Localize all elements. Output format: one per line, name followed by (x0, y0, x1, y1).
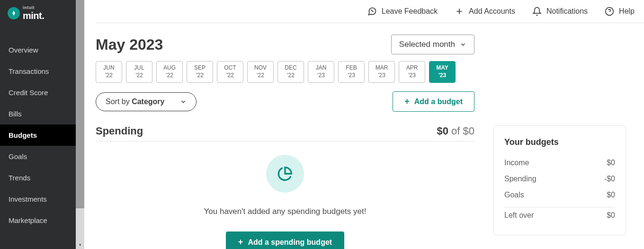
month-chip[interactable]: JUL'22 (126, 61, 152, 83)
chevron-down-icon (180, 98, 187, 105)
help-icon (605, 7, 614, 16)
month-chip[interactable]: FEB'23 (338, 61, 365, 83)
sidebar-item-bills[interactable]: Bills (0, 103, 76, 124)
sidebar-item-marketplace[interactable]: Marketplace (0, 210, 76, 231)
plus-icon (455, 7, 464, 16)
add-budget-button[interactable]: + Add a budget (393, 91, 474, 112)
plus-icon: + (404, 97, 410, 107)
main: Leave Feedback Add Accounts Notification… (84, 0, 644, 249)
month-chip[interactable]: OCT'22 (217, 61, 243, 83)
sidebar: intuit mint. OverviewTransactionsCredit … (0, 0, 76, 249)
scrollbar[interactable]: ▾ (76, 0, 84, 249)
brand-logo[interactable]: intuit mint. (0, 0, 76, 27)
scrollbar-down-icon[interactable]: ▾ (76, 240, 84, 249)
month-chip[interactable]: JUN'22 (96, 61, 122, 83)
sidebar-nav: OverviewTransactionsCredit ScoreBillsBud… (0, 39, 76, 231)
page-title: May 2023 (96, 36, 163, 53)
summary-leftover-row: Left over $0 (504, 207, 615, 223)
sort-dropdown[interactable]: Sort by Category (96, 92, 197, 111)
mint-leaf-icon (8, 7, 20, 19)
topbar: Leave Feedback Add Accounts Notification… (96, 0, 644, 23)
month-chip[interactable]: NOV'22 (247, 61, 274, 83)
brand-intuit: intuit (23, 6, 45, 10)
sidebar-item-overview[interactable]: Overview (0, 39, 76, 61)
feedback-link[interactable]: Leave Feedback (367, 7, 438, 16)
pie-chart-icon (266, 155, 304, 193)
summary-row: Spending-$0 (504, 171, 615, 187)
month-chip[interactable]: MAY'23 (429, 61, 456, 83)
month-dropdown[interactable]: Selected month (391, 35, 474, 54)
budgets-summary-card: Your budgets Income$0Spending-$0Goals$0 … (493, 125, 626, 235)
month-chip[interactable]: SEP'22 (187, 61, 213, 83)
month-chip[interactable]: APR'23 (399, 61, 425, 83)
sidebar-item-trends[interactable]: Trends (0, 167, 76, 188)
bell-icon (532, 7, 542, 16)
spending-amount: $0 of $0 (437, 125, 474, 137)
summary-row: Goals$0 (504, 187, 615, 203)
sidebar-item-budgets[interactable]: Budgets (0, 124, 76, 146)
notifications-link[interactable]: Notifications (532, 7, 588, 16)
plus-icon: + (238, 237, 243, 247)
summary-row: Income$0 (504, 155, 615, 171)
feedback-icon (367, 7, 377, 16)
month-chip[interactable]: DEC'22 (277, 61, 304, 83)
month-selector: JUN'22JUL'22AUG'22SEP'22OCT'22NOV'22DEC'… (96, 61, 474, 83)
sidebar-item-transactions[interactable]: Transactions (0, 61, 76, 82)
sidebar-item-credit-score[interactable]: Credit Score (0, 82, 76, 103)
sidebar-item-goals[interactable]: Goals (0, 146, 76, 167)
empty-state: You haven't added any spending budgets y… (96, 142, 474, 249)
add-spending-budget-button[interactable]: + Add a spending budget (226, 231, 344, 249)
sidebar-item-investments[interactable]: Investments (0, 188, 76, 210)
empty-message: You haven't added any spending budgets y… (204, 207, 367, 216)
month-chip[interactable]: AUG'22 (156, 61, 183, 83)
month-chip[interactable]: MAR'23 (368, 61, 395, 83)
scrollbar-thumb[interactable] (76, 0, 84, 208)
spending-title: Spending (96, 125, 143, 137)
summary-title: Your budgets (504, 137, 615, 147)
help-link[interactable]: Help (605, 7, 635, 16)
add-accounts-link[interactable]: Add Accounts (455, 7, 515, 16)
chevron-down-icon (460, 41, 466, 48)
month-chip[interactable]: JAN'23 (308, 61, 334, 83)
brand-mint: mint (23, 10, 42, 21)
